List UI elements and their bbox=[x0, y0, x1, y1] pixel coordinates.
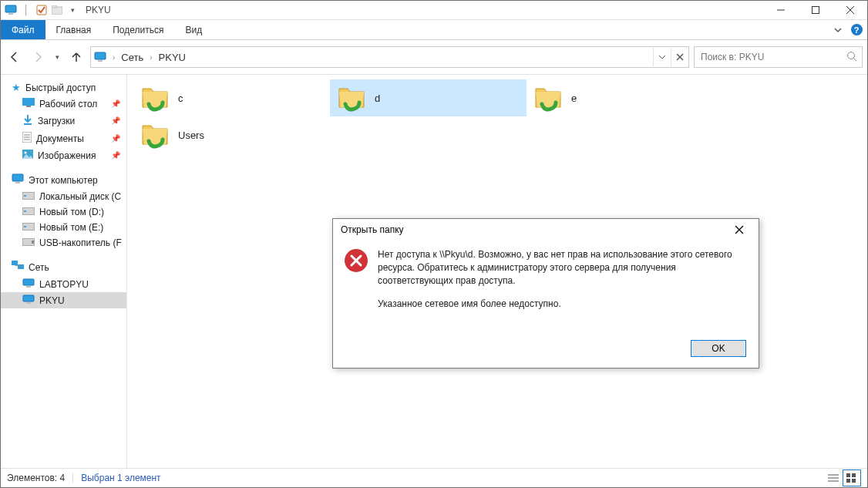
address-network-icon bbox=[94, 52, 108, 62]
tab-share[interactable]: Поделиться bbox=[102, 20, 174, 39]
tab-file[interactable]: Файл bbox=[1, 20, 45, 39]
qat-separator: │ bbox=[19, 3, 33, 17]
desktop-icon bbox=[22, 98, 35, 109]
sidebar-item-label: Загрузки bbox=[38, 116, 75, 126]
help-icon: ? bbox=[851, 24, 863, 35]
sidebar-host-pkyu[interactable]: PKYU bbox=[1, 292, 126, 308]
sidebar-item-downloads[interactable]: Загрузки 📌 bbox=[1, 112, 126, 130]
svg-rect-33 bbox=[32, 241, 34, 244]
dialog-text: Нет доступа к \\Pkyu\d. Возможно, у вас … bbox=[378, 248, 746, 321]
dialog-ok-button[interactable]: OK bbox=[691, 340, 746, 357]
sidebar-item-label: Новый том (E:) bbox=[39, 222, 103, 233]
minimize-button[interactable] bbox=[763, 1, 798, 19]
computer-icon bbox=[22, 278, 35, 290]
navigation-pane[interactable]: ★ Быстрый доступ Рабочий стол 📌 Загрузки… bbox=[1, 75, 127, 468]
sidebar-item-drive-c[interactable]: Локальный диск (C bbox=[1, 189, 126, 204]
share-folder-icon bbox=[140, 82, 170, 113]
nav-back-button[interactable] bbox=[5, 47, 24, 67]
qat-properties-icon[interactable] bbox=[35, 3, 49, 17]
address-refresh-button[interactable] bbox=[671, 48, 688, 66]
svg-rect-34 bbox=[12, 261, 18, 265]
sidebar-this-pc[interactable]: Этот компьютер bbox=[1, 171, 126, 189]
sidebar-network[interactable]: Сеть bbox=[1, 258, 126, 276]
svg-rect-31 bbox=[24, 226, 26, 227]
breadcrumb-host[interactable]: PKYU bbox=[154, 52, 190, 63]
dialog-detail: Указанное сетевое имя более недоступно. bbox=[378, 298, 746, 311]
address-dropdown-button[interactable] bbox=[653, 48, 671, 66]
view-icons-button[interactable] bbox=[843, 469, 861, 486]
window-title: PKYU bbox=[86, 5, 111, 15]
tab-home[interactable]: Главная bbox=[45, 20, 103, 39]
sidebar-item-pictures[interactable]: Изображения 📌 bbox=[1, 147, 126, 163]
svg-rect-47 bbox=[852, 479, 856, 483]
nav-up-button[interactable] bbox=[67, 47, 86, 67]
svg-rect-25 bbox=[15, 182, 20, 183]
folder-name: c bbox=[178, 93, 183, 104]
svg-rect-45 bbox=[852, 473, 856, 477]
ribbon: Файл Главная Поделиться Вид ? bbox=[1, 20, 867, 40]
pin-icon: 📌 bbox=[111, 151, 123, 160]
computer-icon bbox=[22, 294, 35, 306]
maximize-button[interactable] bbox=[798, 1, 833, 19]
svg-rect-6 bbox=[812, 7, 819, 14]
svg-point-23 bbox=[25, 152, 27, 154]
search-input[interactable] bbox=[699, 51, 846, 63]
address-bar[interactable]: › Сеть › PKYU bbox=[90, 46, 689, 68]
downloads-icon bbox=[22, 114, 33, 127]
chevron-right-icon[interactable]: › bbox=[111, 53, 116, 62]
qat-dropdown-icon[interactable]: ▾ bbox=[66, 3, 79, 17]
tab-view[interactable]: Вид bbox=[174, 20, 213, 39]
chevron-right-icon[interactable]: › bbox=[148, 53, 153, 62]
folder-list: c d bbox=[133, 79, 861, 153]
svg-rect-27 bbox=[24, 195, 26, 197]
svg-rect-10 bbox=[98, 60, 103, 62]
usb-icon bbox=[22, 237, 35, 248]
view-details-button[interactable] bbox=[824, 469, 843, 486]
help-button[interactable]: ? bbox=[846, 20, 867, 39]
sidebar-item-usb[interactable]: USB-накопитель (F bbox=[1, 235, 126, 251]
svg-rect-37 bbox=[23, 279, 34, 285]
svg-rect-40 bbox=[26, 302, 31, 304]
share-folder-d[interactable]: d bbox=[330, 79, 527, 116]
status-item-count: Элементов: 4 bbox=[7, 473, 65, 483]
sidebar-item-documents[interactable]: Документы 📌 bbox=[1, 130, 126, 147]
sidebar-item-label: Локальный диск (C bbox=[39, 191, 121, 202]
sidebar-item-drive-d[interactable]: Новый том (D:) bbox=[1, 204, 126, 220]
titlebar: │ ▾ PKYU bbox=[1, 1, 867, 20]
drive-icon bbox=[22, 191, 35, 202]
ribbon-expand-icon[interactable] bbox=[830, 20, 846, 39]
svg-rect-0 bbox=[5, 5, 16, 12]
folder-name: e bbox=[571, 93, 577, 104]
nav-forward-button[interactable] bbox=[29, 47, 47, 67]
status-selection: Выбран 1 элемент bbox=[81, 473, 160, 483]
search-icon[interactable] bbox=[846, 51, 857, 64]
share-folder-users[interactable]: Users bbox=[133, 116, 330, 153]
sidebar-host-labtopyu[interactable]: LABTOPYU bbox=[1, 276, 126, 292]
pictures-icon bbox=[22, 150, 33, 161]
breadcrumb-network[interactable]: Сеть bbox=[116, 52, 148, 63]
share-folder-c[interactable]: c bbox=[133, 79, 330, 116]
network-icon bbox=[12, 261, 24, 274]
sidebar-quick-access[interactable]: ★ Быстрый доступ bbox=[1, 79, 126, 96]
nav-recent-dropdown[interactable]: ▾ bbox=[52, 47, 62, 67]
computer-icon bbox=[12, 173, 24, 187]
drive-icon bbox=[22, 207, 35, 217]
svg-rect-39 bbox=[23, 295, 34, 301]
sidebar-item-label: Рабочий стол bbox=[39, 99, 97, 109]
sidebar-item-desktop[interactable]: Рабочий стол 📌 bbox=[1, 96, 126, 112]
close-button[interactable] bbox=[833, 1, 867, 19]
star-icon: ★ bbox=[12, 82, 21, 93]
dialog-titlebar[interactable]: Открыть папку bbox=[333, 219, 759, 241]
sidebar-label: Быстрый доступ bbox=[25, 82, 96, 93]
search-box[interactable] bbox=[694, 46, 863, 68]
share-folder-icon bbox=[336, 82, 367, 113]
share-folder-e[interactable]: e bbox=[527, 79, 723, 116]
dialog-close-button[interactable] bbox=[728, 219, 751, 241]
sidebar-item-drive-e[interactable]: Новый том (E:) bbox=[1, 220, 126, 235]
pin-icon: 📌 bbox=[111, 134, 123, 143]
qat-newfolder-icon[interactable] bbox=[50, 3, 64, 17]
svg-rect-24 bbox=[12, 174, 23, 181]
sidebar-item-label: USB-накопитель (F bbox=[39, 237, 122, 248]
svg-rect-9 bbox=[95, 52, 106, 59]
svg-rect-1 bbox=[8, 13, 13, 15]
